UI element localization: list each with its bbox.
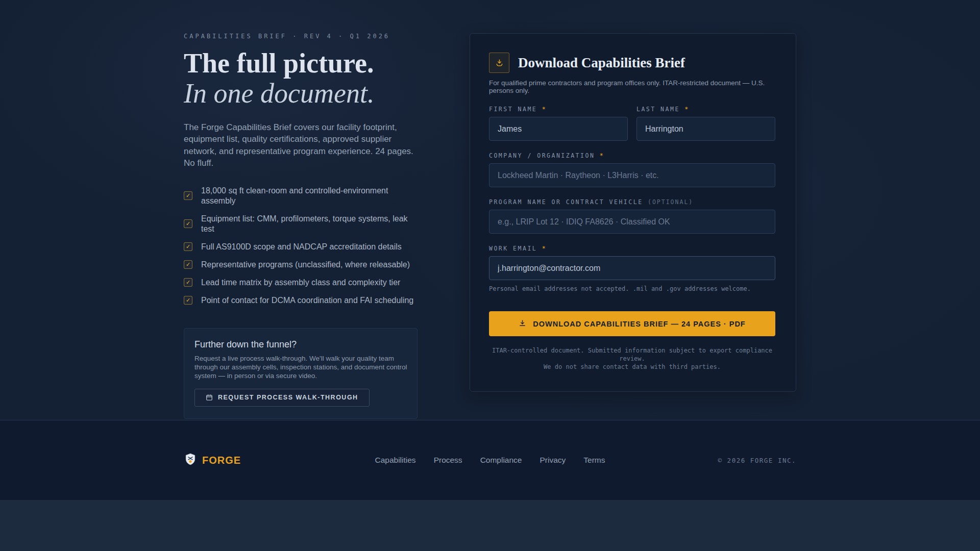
first-name-input[interactable] bbox=[489, 117, 628, 141]
email-group: WORK EMAIL * Personal email addresses no… bbox=[489, 245, 775, 292]
check-icon: ✓ bbox=[184, 296, 192, 305]
request-walkthrough-label: REQUEST PROCESS WALK-THROUGH bbox=[218, 394, 358, 401]
company-group: COMPANY / ORGANIZATION * bbox=[489, 152, 775, 187]
footer-link-terms[interactable]: Terms bbox=[583, 456, 605, 465]
program-label: PROGRAM NAME OR CONTRACT VEHICLE (OPTION… bbox=[489, 198, 775, 206]
footer-nav: Capabilities Process Compliance Privacy … bbox=[375, 456, 605, 465]
checklist-item: ✓ Full AS9100D scope and NADCAP accredit… bbox=[184, 242, 419, 252]
footer: FORGE Capabilities Process Compliance Pr… bbox=[0, 420, 980, 500]
work-email-input[interactable] bbox=[489, 256, 775, 280]
main-section: CAPABILITIES BRIEF · REV 4 · Q1 2026 The… bbox=[0, 0, 980, 420]
footnote-line-1: ITAR-controlled document. Submitted info… bbox=[489, 346, 775, 363]
form-card-subtitle: For qualified prime contractors and prog… bbox=[489, 79, 775, 94]
optional-suffix: (OPTIONAL) bbox=[648, 198, 693, 206]
last-name-input[interactable] bbox=[636, 117, 775, 141]
page: CAPABILITIES BRIEF · REV 4 · Q1 2026 The… bbox=[0, 0, 980, 551]
check-icon: ✓ bbox=[184, 260, 192, 269]
check-icon: ✓ bbox=[184, 278, 192, 287]
form-footnote: ITAR-controlled document. Submitted info… bbox=[489, 346, 775, 371]
checklist-item: ✓ Lead time matrix by assembly class and… bbox=[184, 278, 419, 288]
footer-content: FORGE Capabilities Process Compliance Pr… bbox=[184, 420, 796, 500]
shield-icon bbox=[184, 453, 197, 468]
download-form-card: Download Capabilities Brief For qualifie… bbox=[470, 33, 796, 392]
first-name-label-text: FIRST NAME bbox=[489, 106, 537, 113]
checklist-item: ✓ Representative programs (unclassified,… bbox=[184, 260, 419, 270]
name-fields-row: FIRST NAME * LAST NAME * bbox=[489, 94, 775, 141]
footer-link-privacy[interactable]: Privacy bbox=[540, 456, 566, 465]
checklist-item-label: Full AS9100D scope and NADCAP accreditat… bbox=[201, 242, 402, 252]
walkthrough-card: Further down the funnel? Request a live … bbox=[184, 328, 418, 419]
form-card-title: Download Capabilities Brief bbox=[518, 55, 685, 71]
first-name-label: FIRST NAME * bbox=[489, 106, 628, 113]
checklist-item-label: Point of contact for DCMA coordination a… bbox=[201, 295, 413, 306]
last-name-label-text: LAST NAME bbox=[636, 106, 680, 113]
work-email-label-text: WORK EMAIL bbox=[489, 245, 537, 252]
copyright-text: © 2026 FORGE INC. bbox=[605, 457, 796, 464]
hero-column: CAPABILITIES BRIEF · REV 4 · Q1 2026 The… bbox=[184, 33, 419, 419]
request-walkthrough-button[interactable]: REQUEST PROCESS WALK-THROUGH bbox=[194, 389, 370, 407]
footnote-line-2: We do not share contact data with third … bbox=[489, 363, 775, 371]
checklist-item-label: Representative programs (unclassified, w… bbox=[201, 260, 410, 270]
form-column: Download Capabilities Brief For qualifie… bbox=[470, 33, 796, 419]
download-badge-icon bbox=[489, 53, 509, 73]
check-icon: ✓ bbox=[184, 242, 192, 251]
check-icon: ✓ bbox=[184, 191, 192, 200]
form-card-header: Download Capabilities Brief bbox=[489, 53, 775, 73]
bottom-band bbox=[0, 500, 980, 551]
page-title: The full picture. In one document. bbox=[184, 48, 419, 109]
footer-link-process[interactable]: Process bbox=[434, 456, 462, 465]
checklist-item-label: 18,000 sq ft clean-room and controlled-e… bbox=[201, 186, 419, 206]
eyebrow-text: CAPABILITIES BRIEF · REV 4 · Q1 2026 bbox=[184, 33, 419, 40]
checklist-item: ✓ 18,000 sq ft clean-room and controlled… bbox=[184, 186, 419, 206]
checklist-item: ✓ Equipment list: CMM, profilometers, to… bbox=[184, 214, 419, 234]
hero-description: The Forge Capabilities Brief covers our … bbox=[184, 121, 413, 169]
last-name-group: LAST NAME * bbox=[636, 106, 775, 141]
headline-line-2: In one document. bbox=[184, 79, 419, 109]
content-wrapper: CAPABILITIES BRIEF · REV 4 · Q1 2026 The… bbox=[184, 0, 796, 419]
first-name-group: FIRST NAME * bbox=[489, 106, 628, 141]
program-input[interactable] bbox=[489, 210, 775, 234]
work-email-label: WORK EMAIL * bbox=[489, 245, 775, 252]
calendar-icon bbox=[206, 394, 213, 401]
checklist-item: ✓ Point of contact for DCMA coordination… bbox=[184, 295, 419, 306]
required-mark: * bbox=[542, 245, 547, 252]
capabilities-checklist: ✓ 18,000 sq ft clean-room and controlled… bbox=[184, 186, 419, 306]
brand-name: FORGE bbox=[202, 455, 241, 466]
download-brief-button[interactable]: DOWNLOAD CAPABILITIES BRIEF — 24 PAGES ·… bbox=[489, 311, 775, 336]
last-name-label: LAST NAME * bbox=[636, 106, 775, 113]
checklist-item-label: Lead time matrix by assembly class and c… bbox=[201, 278, 400, 288]
email-helper-text: Personal email addresses not accepted. .… bbox=[489, 285, 775, 292]
required-mark: * bbox=[684, 106, 689, 113]
download-icon bbox=[519, 319, 526, 329]
brand-logo[interactable]: FORGE bbox=[184, 453, 375, 468]
walkthrough-card-title: Further down the funnel? bbox=[194, 339, 407, 350]
checklist-item-label: Equipment list: CMM, profilometers, torq… bbox=[201, 214, 419, 234]
check-icon: ✓ bbox=[184, 219, 192, 228]
company-label: COMPANY / ORGANIZATION * bbox=[489, 152, 775, 159]
required-mark: * bbox=[600, 152, 604, 159]
download-brief-label: DOWNLOAD CAPABILITIES BRIEF — 24 PAGES ·… bbox=[533, 320, 745, 328]
required-mark: * bbox=[542, 106, 547, 113]
program-label-text: PROGRAM NAME OR CONTRACT VEHICLE bbox=[489, 198, 643, 206]
headline-line-1: The full picture. bbox=[184, 48, 419, 79]
program-group: PROGRAM NAME OR CONTRACT VEHICLE (OPTION… bbox=[489, 198, 775, 234]
company-label-text: COMPANY / ORGANIZATION bbox=[489, 152, 595, 159]
company-input[interactable] bbox=[489, 163, 775, 187]
walkthrough-card-body: Request a live process walk-through. We'… bbox=[194, 354, 409, 380]
footer-link-compliance[interactable]: Compliance bbox=[480, 456, 522, 465]
footer-link-capabilities[interactable]: Capabilities bbox=[375, 456, 415, 465]
